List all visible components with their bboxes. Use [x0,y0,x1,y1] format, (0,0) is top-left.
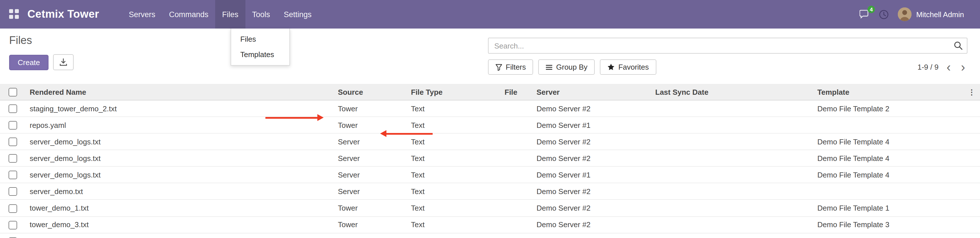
cell-rendered-name: staging_tower_demo_2.txt [25,100,333,117]
activities-button[interactable] [879,10,889,19]
menu-files[interactable]: Files [215,0,245,29]
cell-file-type: Text [406,200,500,216]
table-row[interactable]: server_demo.txt Server Text Demo Server … [0,183,980,200]
cell-options [963,216,980,233]
cell-server: Demo Server #2 [532,216,651,233]
cell-source: Tower [333,216,406,233]
table-header-row: Rendered Name Source File Type File Serv… [0,84,980,100]
column-header-file-type[interactable]: File Type [406,84,500,100]
table-row[interactable]: server_demo_logs.txt Server Text Demo Se… [0,167,980,183]
select-all-checkbox[interactable] [8,88,17,97]
pager-text: 1-9 / 9 [918,63,939,71]
group-by-button[interactable]: Group By [539,59,595,75]
download-button[interactable] [53,54,74,70]
clock-icon [879,10,889,19]
cell-server: Demo Server #2 [532,200,651,216]
table-row[interactable]: repos.yaml Tower Text Demo Server #1 [0,117,980,133]
cell-options [963,117,980,133]
row-checkbox[interactable] [8,221,17,229]
table-row[interactable]: tower_demo_without_template_staging.txt … [0,233,980,238]
chevron-left-icon: ‹ [947,60,951,74]
cell-template: Demo File Template 1 [813,200,963,216]
cell-server: Demo Server #2 [532,133,651,150]
row-checkbox[interactable] [8,105,17,113]
cell-template: Demo File Template 4 [813,167,963,183]
app-window: Cetmix Tower Servers Commands Files Tool… [0,0,980,238]
row-checkbox[interactable] [8,187,17,196]
search-icon[interactable] [954,41,963,50]
row-checkbox[interactable] [8,171,17,179]
files-dropdown-menu: Files Templates [231,29,290,66]
cell-file [500,100,532,117]
cell-source: Server [333,183,406,200]
column-header-rendered-name[interactable]: Rendered Name [25,84,333,100]
user-menu[interactable]: Mitchell Admin [898,8,964,21]
dropdown-item-files[interactable]: Files [231,32,290,47]
filters-button[interactable]: Filters [488,59,533,75]
cell-server: Demo Server #2 [532,183,651,200]
cell-template: Demo File Template 3 [813,216,963,233]
funnel-icon [495,63,502,70]
cell-source: Tower [333,200,406,216]
user-name: Mitchell Admin [916,10,964,19]
favorites-button[interactable]: Favorites [600,59,656,75]
menu-commands[interactable]: Commands [162,0,215,29]
menu-servers[interactable]: Servers [122,0,162,29]
cell-file-type: Text [406,133,500,150]
pager-previous-button[interactable]: ‹ [944,61,953,73]
search-input[interactable] [488,38,967,54]
filter-toolbar: Filters Group By F [488,59,967,75]
group-by-label: Group By [556,63,588,71]
pager-next-button[interactable]: › [959,61,967,73]
cell-template: Demo File Template 2 [813,100,963,117]
apps-menu-icon[interactable] [9,9,19,19]
table-row[interactable]: staging_tower_demo_2.txt Tower Text Demo… [0,100,980,117]
annotation-arrow-to-source-server [386,133,433,135]
cell-file [500,117,532,133]
cell-last-sync-date [651,233,813,238]
cell-rendered-name: repos.yaml [25,117,333,133]
cell-rendered-name: tower_demo_3.txt [25,216,333,233]
table-row[interactable]: tower_demo_3.txt Tower Text Demo Server … [0,216,980,233]
menu-tools[interactable]: Tools [245,0,277,29]
cell-rendered-name: server_demo.txt [25,183,333,200]
messages-button[interactable]: 4 [859,10,870,19]
column-header-server[interactable]: Server [532,84,651,100]
cell-file-type: Text [406,216,500,233]
cell-source: Server [333,150,406,167]
cell-server: Demo Server #2 [532,150,651,167]
menu-settings[interactable]: Settings [277,0,318,29]
cell-last-sync-date [651,167,813,183]
row-checkbox[interactable] [8,154,17,163]
cell-rendered-name: server_demo_logs.txt [25,133,333,150]
create-button[interactable]: Create [9,54,49,70]
table-row[interactable]: tower_demo_1.txt Tower Text Demo Server … [0,200,980,216]
table-row[interactable]: server_demo_logs.txt Server Text Demo Se… [0,133,980,150]
column-header-file[interactable]: File [500,84,532,100]
cell-last-sync-date [651,216,813,233]
cell-rendered-name: tower_demo_without_template_staging.txt [25,233,333,238]
cell-file-type: Text [406,117,500,133]
column-header-template[interactable]: Template [813,84,963,100]
column-header-last-sync-date[interactable]: Last Sync Date [651,84,813,100]
cell-file [500,233,532,238]
chevron-right-icon: › [961,60,965,74]
navbar-right: 4 Mitchell Admin [859,8,980,21]
row-checkbox[interactable] [8,121,17,130]
brand-title[interactable]: Cetmix Tower [27,8,99,21]
main-menu: Servers Commands Files Tools Settings [122,0,318,29]
message-count-badge: 4 [867,6,875,13]
cell-last-sync-date [651,183,813,200]
row-checkbox[interactable] [8,138,17,146]
optional-columns-icon[interactable]: ⋮ [968,87,975,96]
cell-last-sync-date [651,117,813,133]
cell-options [963,233,980,238]
row-checkbox[interactable] [8,204,17,213]
dropdown-item-templates[interactable]: Templates [231,47,290,62]
filters-label: Filters [506,63,526,71]
cell-server: Demo Server #2 [532,233,651,238]
cell-file [500,216,532,233]
column-header-source[interactable]: Source [333,84,406,100]
cell-source: Tower [333,233,406,238]
table-row[interactable]: server_demo_logs.txt Server Text Demo Se… [0,150,980,167]
